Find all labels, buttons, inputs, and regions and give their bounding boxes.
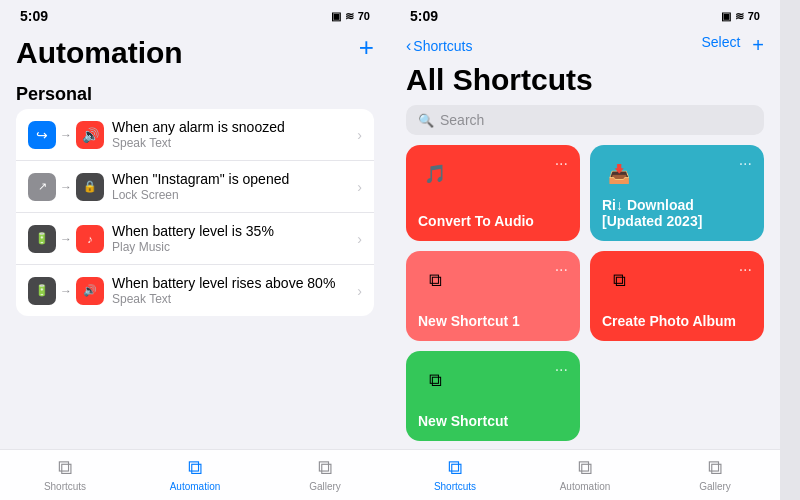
time-2: 5:09 <box>410 8 438 24</box>
shortcut-card-ri-download[interactable]: ··· 📥 Ri↓ Download [Updated 2023] <box>590 145 764 241</box>
battery80-title: When battery level rises above 80% <box>112 275 357 291</box>
shortcuts-grid: ··· 🎵 Convert To Audio ··· 📥 Ri↓ Downloa… <box>406 145 764 441</box>
automation-item-alarm-icons: ↪ → 🔊 <box>28 121 104 149</box>
automation-item-alarm[interactable]: ↪ → 🔊 When any alarm is snoozed Speak Te… <box>16 109 374 161</box>
automation-item-instagram-icons: ↗ → 🔒 <box>28 173 104 201</box>
arrow-icon-4: → <box>60 284 72 298</box>
personal-section-label: Personal <box>0 78 390 109</box>
all-shortcuts-title: All Shortcuts <box>406 63 764 97</box>
back-chevron-icon: ‹ <box>406 37 411 55</box>
automation-list: ↪ → 🔊 When any alarm is snoozed Speak Te… <box>16 109 374 316</box>
status-bar-1: 5:09 ▣ ≋ 70 <box>0 0 390 28</box>
new-shortcut-title: New Shortcut <box>418 413 568 429</box>
automation-tab-label-2: Automation <box>560 481 611 492</box>
battery35-text: When battery level is 35% Play Music <box>104 223 357 254</box>
photo-album-title: Create Photo Album <box>602 313 752 329</box>
alarm-source-icon: ↪ <box>28 121 56 149</box>
alarm-subtitle: Speak Text <box>112 136 357 150</box>
shortcuts-tab-label: Shortcuts <box>44 481 86 492</box>
battery35-subtitle: Play Music <box>112 240 357 254</box>
automation-item-battery80[interactable]: 🔋 → 🔊 When battery level rises above 80%… <box>16 265 374 316</box>
convert-audio-icon: 🎵 <box>418 157 452 191</box>
shortcut-card-new-1[interactable]: ··· ⧉ New Shortcut 1 <box>406 251 580 341</box>
tab-gallery[interactable]: ⧉ Gallery <box>260 456 390 492</box>
search-icon: 🔍 <box>418 113 434 128</box>
ri-download-title: Ri↓ Download [Updated 2023] <box>602 197 752 229</box>
shortcuts-tab-label-2: Shortcuts <box>434 481 476 492</box>
instagram-source-icon: ↗ <box>28 173 56 201</box>
shortcut-card-photo-album[interactable]: ··· ⧉ Create Photo Album <box>590 251 764 341</box>
shortcut-card-convert-audio[interactable]: ··· 🎵 Convert To Audio <box>406 145 580 241</box>
shortcuts-scroll-area: ··· 🎵 Convert To Audio ··· 📥 Ri↓ Downloa… <box>390 145 780 449</box>
phone-automation: 5:09 ▣ ≋ 70 + Automation Personal ↪ → 🔊 … <box>0 0 390 500</box>
shortcut-dots-new[interactable]: ··· <box>555 361 568 379</box>
battery80-subtitle: Speak Text <box>112 292 357 306</box>
tab-automation[interactable]: ⧉ Automation <box>130 456 260 492</box>
photo-album-icon: ⧉ <box>602 263 636 297</box>
gallery-tab-label: Gallery <box>309 481 341 492</box>
chevron-icon-4: › <box>357 283 362 299</box>
ri-download-icon: 📥 <box>602 157 636 191</box>
wifi-icon-2: ≋ <box>735 10 744 23</box>
convert-audio-title: Convert To Audio <box>418 213 568 229</box>
nav-actions: Select + <box>701 34 764 57</box>
new-shortcut-1-title: New Shortcut 1 <box>418 313 568 329</box>
status-bar-2: 5:09 ▣ ≋ 70 <box>390 0 780 28</box>
instagram-title: When "Instagram" is opened <box>112 171 357 187</box>
signal-icon: ▣ <box>331 10 341 23</box>
phone-shortcuts: 5:09 ▣ ≋ 70 ‹ Shortcuts Select + All Sho… <box>390 0 780 500</box>
search-placeholder: Search <box>440 112 484 128</box>
add-automation-button[interactable]: + <box>359 32 374 63</box>
wifi-icon: ≋ <box>345 10 354 23</box>
alarm-action-icon: 🔊 <box>76 121 104 149</box>
status-icons-1: ▣ ≋ 70 <box>331 10 370 23</box>
gallery-tab-label-2: Gallery <box>699 481 731 492</box>
instagram-text: When "Instagram" is opened Lock Screen <box>104 171 357 202</box>
instagram-subtitle: Lock Screen <box>112 188 357 202</box>
new-shortcut-icon: ⧉ <box>418 363 452 397</box>
shortcut-card-new[interactable]: ··· ⧉ New Shortcut <box>406 351 580 441</box>
arrow-icon-3: → <box>60 232 72 246</box>
automation-tab-label: Automation <box>170 481 221 492</box>
back-label: Shortcuts <box>413 38 472 54</box>
select-button[interactable]: Select <box>701 34 740 57</box>
instagram-action-icon: 🔒 <box>76 173 104 201</box>
automation-item-battery35-icons: 🔋 → ♪ <box>28 225 104 253</box>
automation-item-battery35[interactable]: 🔋 → ♪ When battery level is 35% Play Mus… <box>16 213 374 265</box>
back-button[interactable]: ‹ Shortcuts <box>406 37 472 55</box>
tab-bar-automation: ⧉ Shortcuts ⧉ Automation ⧉ Gallery <box>0 449 390 500</box>
battery-icon: 70 <box>358 10 370 22</box>
automation-header: + Automation <box>0 28 390 78</box>
alarm-text: When any alarm is snoozed Speak Text <box>104 119 357 150</box>
battery80-action-icon: 🔊 <box>76 277 104 305</box>
search-bar[interactable]: 🔍 Search <box>406 105 764 135</box>
new-shortcut-1-icon: ⧉ <box>418 263 452 297</box>
automation-tab-icon-2: ⧉ <box>578 456 592 479</box>
shortcuts-tab-icon: ⧉ <box>58 456 72 479</box>
time-1: 5:09 <box>20 8 48 24</box>
battery35-action-icon: ♪ <box>76 225 104 253</box>
automation-item-battery80-icons: 🔋 → 🔊 <box>28 277 104 305</box>
tab-shortcuts-2[interactable]: ⧉ Shortcuts <box>390 456 520 492</box>
battery35-source-icon: 🔋 <box>28 225 56 253</box>
add-shortcut-button[interactable]: + <box>752 34 764 57</box>
shortcuts-nav: ‹ Shortcuts Select + <box>390 28 780 61</box>
alarm-title: When any alarm is snoozed <box>112 119 357 135</box>
tab-gallery-2[interactable]: ⧉ Gallery <box>650 456 780 492</box>
shortcut-dots-ri-download[interactable]: ··· <box>739 155 752 173</box>
status-icons-2: ▣ ≋ 70 <box>721 10 760 23</box>
chevron-icon-3: › <box>357 231 362 247</box>
tab-automation-2[interactable]: ⧉ Automation <box>520 456 650 492</box>
chevron-icon: › <box>357 127 362 143</box>
battery35-title: When battery level is 35% <box>112 223 357 239</box>
page-title-automation: Automation <box>16 36 374 70</box>
gallery-tab-icon: ⧉ <box>318 456 332 479</box>
signal-icon-2: ▣ <box>721 10 731 23</box>
automation-item-instagram[interactable]: ↗ → 🔒 When "Instagram" is opened Lock Sc… <box>16 161 374 213</box>
tab-shortcuts[interactable]: ⧉ Shortcuts <box>0 456 130 492</box>
shortcut-dots-new-1[interactable]: ··· <box>555 261 568 279</box>
battery80-source-icon: 🔋 <box>28 277 56 305</box>
battery-icon-2: 70 <box>748 10 760 22</box>
shortcut-dots-photo-album[interactable]: ··· <box>739 261 752 279</box>
shortcut-dots-convert-audio[interactable]: ··· <box>555 155 568 173</box>
